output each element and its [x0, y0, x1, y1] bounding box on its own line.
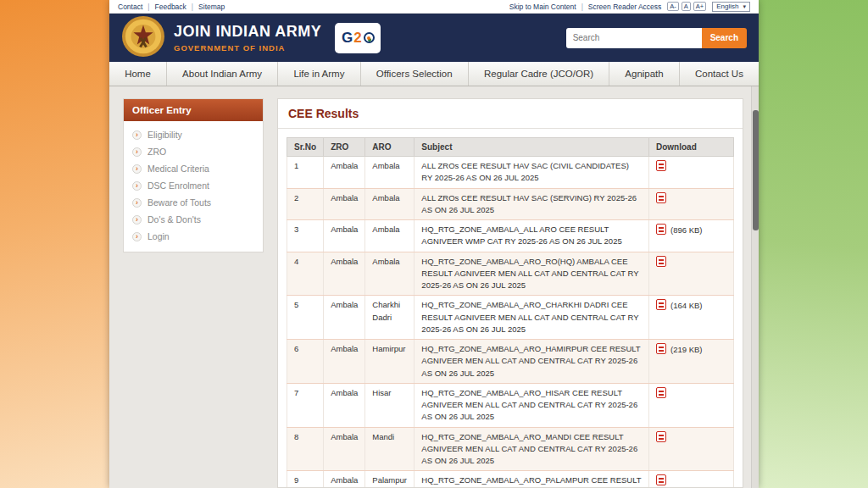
table-row: 3 Ambala Ambala HQ_RTG_ZONE_AMBALA_ALL A…: [287, 220, 734, 252]
content-area: Officer Entry › Eligibility › ZRO ›: [109, 86, 759, 488]
language-select-value: English: [716, 3, 738, 10]
font-size-controls: A-AA+: [667, 2, 706, 11]
cell-download: [649, 427, 734, 471]
sidebar-item[interactable]: › Medical Criteria: [124, 160, 263, 177]
pdf-download-icon[interactable]: [656, 224, 666, 235]
file-size: (164 KB): [670, 301, 703, 310]
nav-item[interactable]: Officers Selection: [361, 62, 469, 86]
sidebar-item[interactable]: › Beware of Touts: [124, 194, 263, 211]
table-body: 1 Ambala Ambala ALL ZROs CEE RESULT HAV …: [287, 157, 734, 488]
pdf-download-icon[interactable]: [656, 387, 666, 398]
scrollbar-track[interactable]: [751, 86, 759, 488]
page-wrapper: ContactFeedbackSitemap Skip to Main Cont…: [109, 0, 759, 488]
site-title: JOIN INDIAN ARMY: [174, 23, 321, 41]
pdf-download-icon[interactable]: [656, 431, 666, 442]
nav-item[interactable]: About Indian Army: [167, 62, 278, 86]
cell-aro: Ambala: [365, 220, 415, 252]
topbar-link[interactable]: Contact: [118, 3, 150, 11]
pdf-download-icon[interactable]: [656, 299, 666, 310]
cell-zro: Ambala: [324, 188, 365, 220]
search-button[interactable]: Search: [702, 28, 747, 48]
topbar: ContactFeedbackSitemap Skip to Main Cont…: [109, 0, 759, 14]
cell-zro: Ambala: [324, 471, 365, 488]
sidebar-item-label: DSC Enrolment: [147, 180, 209, 191]
cee-results-table: Sr.No ZRO ARO Subject Download 1 Ambala …: [287, 137, 734, 488]
cell-subject: ALL ZROs CEE RESULT HAV SAC (SERVING) RY…: [415, 188, 649, 220]
main-title-bar: CEE Results: [278, 99, 743, 129]
cell-subject: HQ_RTG_ZONE_AMBALA_ALL ARO CEE RESULT AG…: [415, 220, 649, 252]
table-row: 9 Ambala Palampur HQ_RTG_ZONE_AMBALA_ARO…: [287, 471, 734, 488]
search-input[interactable]: [566, 28, 702, 48]
cell-download: [649, 471, 734, 488]
cell-download: (164 KB): [649, 296, 734, 340]
col-header-download: Download: [649, 138, 734, 157]
cell-aro: Mandi: [365, 427, 415, 471]
flag-saffron-band: [0, 0, 110, 488]
cell-zro: Ambala: [324, 427, 365, 471]
cell-aro: Palampur: [365, 471, 415, 488]
topbar-left-links: ContactFeedbackSitemap: [118, 3, 225, 11]
topbar-link[interactable]: Sitemap: [198, 3, 225, 11]
table-row: 8 Ambala Mandi HQ_RTG_ZONE_AMBALA_ARO_MA…: [287, 427, 734, 471]
pdf-download-icon[interactable]: [656, 474, 666, 485]
cell-aro: Ambala: [365, 157, 415, 189]
table-row: 5 Ambala Charkhi Dadri HQ_RTG_ZONE_AMBAL…: [287, 296, 734, 340]
site-subtitle: GOVERNMENT OF INDIA: [174, 43, 321, 53]
sidebar-item-label: Beware of Touts: [147, 197, 211, 208]
cell-subject: HQ_RTG_ZONE_AMBALA_ARO_MANDI CEE RESULT …: [415, 427, 649, 471]
nav-item[interactable]: Life in Army: [278, 62, 360, 86]
cell-download: (896 KB): [649, 220, 734, 252]
sidebar-list: › Eligibility › ZRO › Medical Criteria: [124, 121, 263, 252]
cell-subject: ALL ZROs CEE RESULT HAV SAC (CIVIL CANDI…: [415, 157, 649, 189]
pdf-download-icon[interactable]: [656, 343, 666, 354]
site-header: JOIN INDIAN ARMY GOVERNMENT OF INDIA G 2…: [109, 14, 759, 62]
topbar-link[interactable]: Feedback: [155, 3, 194, 11]
table-row: 1 Ambala Ambala ALL ZROs CEE RESULT HAV …: [287, 157, 734, 189]
col-header-srno: Sr.No: [287, 138, 324, 157]
sidebar-item[interactable]: › Eligibility: [124, 126, 263, 143]
cell-aro: Charkhi Dadri: [365, 296, 415, 340]
officer-entry-sidebar: Officer Entry › Eligibility › ZRO ›: [123, 98, 264, 252]
sidebar-item[interactable]: › DSC Enrolment: [124, 177, 263, 194]
pdf-download-icon[interactable]: [656, 160, 666, 171]
font-size-control[interactable]: A: [682, 2, 691, 11]
nav-item[interactable]: Agnipath: [609, 62, 680, 86]
table-row: 7 Ambala Hisar HQ_RTG_ZONE_AMBALA_ARO_HI…: [287, 383, 734, 427]
font-size-control[interactable]: A+: [693, 2, 706, 11]
language-select[interactable]: English ▾: [712, 2, 750, 12]
cell-download: [649, 383, 734, 427]
chevron-bullet-icon: ›: [132, 181, 142, 191]
sidebar-item[interactable]: › Login: [124, 228, 263, 245]
sidebar-item-label: ZRO: [147, 147, 166, 157]
nav-item[interactable]: Regular Cadre (JCO/OR): [469, 62, 609, 86]
cell-zro: Ambala: [324, 340, 365, 384]
nav-item[interactable]: Home: [109, 62, 167, 86]
g20-lotus-zero-icon: [364, 32, 375, 43]
sidebar-item-label: Medical Criteria: [147, 164, 209, 174]
sidebar-item[interactable]: › Do's & Don'ts: [124, 211, 263, 228]
search-area: Search: [566, 28, 747, 48]
cell-zro: Ambala: [324, 252, 365, 296]
sidebar-item-label: Login: [147, 231, 170, 241]
col-header-aro: ARO: [365, 138, 415, 157]
topbar-link[interactable]: Skip to Main Content: [509, 3, 583, 11]
font-size-control[interactable]: A-: [667, 2, 679, 11]
cell-zro: Ambala: [324, 296, 365, 340]
g20-logo: G 2: [335, 23, 381, 53]
cell-aro: Hisar: [365, 383, 415, 427]
chevron-bullet-icon: ›: [132, 147, 142, 157]
sidebar-item[interactable]: › ZRO: [124, 143, 263, 160]
chevron-bullet-icon: ›: [132, 164, 142, 174]
nav-item[interactable]: Contact Us: [680, 62, 759, 86]
cell-subject: HQ_RTG_ZONE_AMBALA_ARO_HAMIRPUR CEE RESU…: [415, 340, 649, 384]
cell-download: [649, 252, 734, 296]
cell-subject: HQ_RTG_ZONE_AMBALA_ARO_CHARKHI DADRI CEE…: [415, 296, 649, 340]
cell-srno: 3: [287, 220, 324, 252]
scrollbar-thumb[interactable]: [753, 110, 759, 230]
flag-green-band: [758, 0, 868, 488]
page-title: CEE Results: [288, 107, 732, 120]
topbar-link[interactable]: Screen Reader Access: [588, 3, 661, 11]
pdf-download-icon[interactable]: [656, 192, 666, 203]
cell-srno: 5: [287, 296, 324, 340]
pdf-download-icon[interactable]: [656, 256, 666, 267]
